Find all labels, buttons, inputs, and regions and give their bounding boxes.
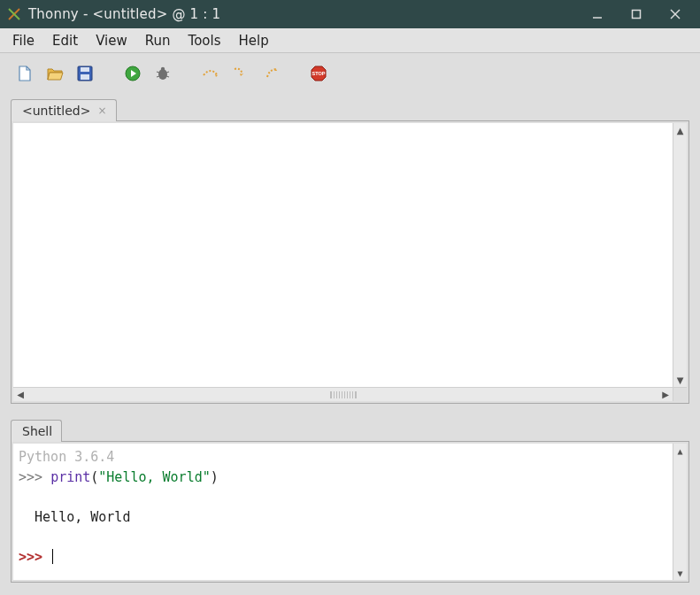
open-file-icon: [46, 65, 64, 85]
svg-point-11: [161, 66, 165, 70]
debug-button[interactable]: [150, 62, 175, 87]
scroll-down-icon[interactable]: ▼: [673, 566, 687, 580]
shell-func: print: [50, 469, 90, 485]
run-icon: [124, 65, 142, 85]
editor-vertical-scrollbar[interactable]: ▲ ▼: [673, 123, 687, 387]
text-cursor: [52, 549, 53, 564]
run-button[interactable]: [120, 62, 145, 87]
svg-line-12: [157, 72, 159, 73]
menu-run[interactable]: Run: [136, 30, 180, 51]
title-bar: Thonny - <untitled> @ 1 : 1: [0, 0, 700, 28]
scrollbar-corner: [673, 388, 687, 401]
shell-banner: Python 3.6.4: [19, 449, 114, 465]
scroll-up-icon[interactable]: ▲: [673, 123, 687, 137]
menu-tools[interactable]: Tools: [180, 30, 230, 51]
editor-pane: <untitled> × ▲ ▼ ◀ ▶ Shell: [0, 96, 700, 583]
scroll-right-icon[interactable]: ▶: [658, 388, 673, 401]
menu-edit[interactable]: Edit: [43, 30, 87, 51]
editor-tab-label: <untitled>: [22, 104, 90, 118]
menu-help[interactable]: Help: [230, 30, 278, 51]
shell-tab-label: Shell: [22, 424, 52, 438]
svg-rect-3: [633, 11, 641, 19]
shell-output[interactable]: Python 3.6.4 >>> print("Hello, World") H…: [13, 444, 673, 580]
svg-rect-7: [81, 67, 89, 72]
new-file-icon: [16, 65, 34, 85]
stop-icon: STOP: [310, 65, 327, 85]
menu-bar: File Edit View Run Tools Help: [0, 28, 700, 53]
scroll-left-icon[interactable]: ◀: [13, 388, 27, 401]
new-file-button[interactable]: [12, 62, 37, 87]
shell-vertical-scrollbar[interactable]: ▲ ▼: [673, 444, 687, 580]
step-out-icon: [261, 65, 281, 85]
maximize-button[interactable]: [617, 0, 656, 28]
step-over-button[interactable]: [198, 62, 223, 87]
editor-tab[interactable]: <untitled> ×: [11, 99, 117, 121]
shell-string: "Hello, World": [98, 469, 210, 485]
code-editor[interactable]: [13, 123, 673, 387]
step-into-button[interactable]: [228, 62, 253, 87]
shell-prompt-active: >>>: [19, 549, 50, 565]
window-title: Thonny - <untitled> @ 1 : 1: [28, 6, 220, 22]
close-button[interactable]: [656, 0, 695, 28]
step-into-icon: [231, 65, 250, 85]
close-icon[interactable]: ×: [97, 105, 106, 116]
minimize-button[interactable]: [578, 0, 617, 28]
app-icon: [7, 7, 21, 21]
svg-line-13: [166, 72, 169, 73]
save-file-icon: [76, 65, 94, 85]
scrollbar-track[interactable]: [27, 388, 658, 401]
toolbar: STOP: [0, 53, 700, 96]
step-over-icon: [201, 65, 220, 85]
menu-view[interactable]: View: [87, 30, 136, 51]
scroll-up-icon[interactable]: ▲: [673, 444, 687, 458]
svg-line-15: [166, 76, 169, 77]
stop-button[interactable]: STOP: [306, 62, 331, 87]
scroll-down-icon[interactable]: ▼: [673, 373, 687, 387]
scrollbar-grip[interactable]: [330, 391, 357, 398]
shell-stdout: Hello, World: [19, 509, 130, 525]
debug-icon: [154, 65, 172, 85]
save-file-button[interactable]: [73, 62, 97, 87]
open-file-button[interactable]: [42, 62, 67, 87]
shell-prompt: >>>: [19, 469, 50, 485]
svg-text:STOP: STOP: [312, 71, 326, 76]
svg-rect-8: [81, 74, 89, 80]
step-out-button[interactable]: [258, 62, 283, 87]
svg-line-14: [157, 76, 159, 77]
shell-pane: Python 3.6.4 >>> print("Hello, World") H…: [11, 441, 689, 583]
menu-file[interactable]: File: [4, 30, 43, 51]
client-area: STOP <untitled> × ▲ ▼ ◀ ▶: [0, 53, 700, 595]
shell-tab[interactable]: Shell: [11, 420, 62, 442]
editor-horizontal-scrollbar[interactable]: ◀ ▶: [13, 387, 687, 401]
